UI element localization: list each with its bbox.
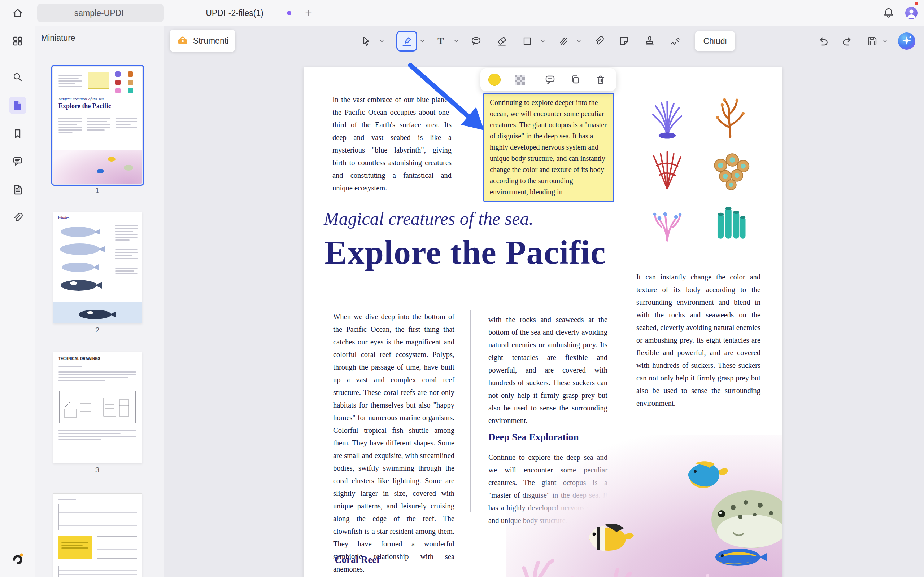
shape-tool[interactable]: [519, 33, 536, 49]
thumbnail-content-placeholder: [53, 494, 142, 577]
tab-sample-updf[interactable]: sample-UPDF: [37, 3, 163, 23]
speech-ellipse-icon: [470, 35, 482, 47]
underwater-photo: [506, 435, 782, 577]
rail-bookmark-button[interactable]: [10, 126, 26, 142]
page-number: 2: [53, 326, 142, 334]
toolbox-icon: [176, 35, 189, 47]
arrow-annotation[interactable]: [401, 62, 495, 142]
ai-sparkle-icon: [898, 32, 915, 50]
highlight-annotation[interactable]: Continuing to explore deeper into the oc…: [483, 93, 614, 202]
left-rail: [0, 0, 36, 577]
highlighter-dropdown[interactable]: [419, 38, 425, 44]
copy-icon: [570, 74, 581, 85]
redo-icon: [841, 35, 853, 47]
search-icon: [12, 71, 23, 83]
thumbnail-content-placeholder: Whales: [53, 213, 142, 323]
comment-tool[interactable]: [468, 33, 485, 49]
highlighter-tool-selected[interactable]: [396, 31, 417, 52]
pdf-page: In the vast embrace of our blue planet, …: [304, 67, 782, 577]
sticker-icon: [618, 35, 630, 47]
hatch-tool[interactable]: [555, 33, 572, 49]
shape-tool-dropdown[interactable]: [540, 38, 546, 44]
stamp-tool[interactable]: [641, 33, 658, 49]
home-button[interactable]: [10, 5, 26, 21]
paperclip-icon: [593, 35, 605, 47]
notifications-button[interactable]: [882, 6, 895, 19]
thumbnail-content-placeholder: Magical creatures of the sea. Explore th…: [53, 67, 142, 184]
rail-document-button[interactable]: [10, 182, 26, 198]
comment-icon: [12, 155, 23, 167]
rail-search-button[interactable]: [10, 69, 26, 85]
square-icon: [521, 35, 533, 47]
thumbnail-page-2[interactable]: Whales: [53, 212, 142, 324]
trash-icon: [595, 74, 606, 85]
opacity-control[interactable]: [514, 74, 526, 86]
text-tool-dropdown[interactable]: [453, 38, 459, 44]
panel-title: Miniature: [41, 33, 76, 43]
select-tool-dropdown[interactable]: [379, 38, 385, 44]
rail-pages-button[interactable]: [9, 97, 26, 114]
user-avatar[interactable]: [905, 7, 918, 19]
plus-icon: +: [305, 6, 312, 19]
cup-coral-illustration: [701, 142, 764, 193]
mini-title: Whales: [58, 215, 69, 220]
rail-comment-button[interactable]: [10, 153, 26, 169]
redo-button[interactable]: [839, 33, 855, 49]
duplicate-button[interactable]: [569, 74, 582, 86]
doc-column-right: It can instantly change the color and te…: [636, 271, 761, 410]
stamp-icon: [643, 35, 656, 47]
signature-tool[interactable]: [667, 33, 683, 49]
tab-label: sample-UPDF: [74, 8, 126, 18]
undo-icon: [817, 35, 829, 47]
delete-button[interactable]: [594, 74, 607, 86]
rail-apps-button[interactable]: [10, 33, 26, 49]
red-fan-coral-illustration: [637, 142, 701, 193]
apps-grid-icon: [12, 35, 23, 47]
home-icon: [12, 7, 23, 19]
bell-icon: [882, 6, 895, 19]
thumbnail-page-3[interactable]: TECHNICAL DRAWINGS: [53, 352, 142, 463]
updf-logo-button[interactable]: [9, 550, 26, 567]
hatch-icon: [557, 35, 570, 47]
tools-button[interactable]: Strumenti: [170, 29, 235, 52]
ai-assistant-button[interactable]: [898, 32, 915, 50]
bookmark-icon: [12, 128, 23, 140]
signature-icon: [669, 35, 682, 47]
unsaved-dot: [287, 11, 291, 15]
pink-blue-coral-illustration: [637, 194, 701, 246]
column-divider: [470, 311, 471, 513]
add-note-button[interactable]: [544, 74, 556, 86]
svg-text:T: T: [438, 36, 444, 46]
annotation-toolbar: [480, 68, 616, 91]
purple-anemone-illustration: [637, 90, 701, 142]
save-button[interactable]: [864, 33, 881, 49]
thumbnail-page-1[interactable]: Magical creatures of the sea. Explore th…: [53, 67, 142, 184]
hatch-tool-dropdown[interactable]: [576, 38, 582, 44]
new-tab-button[interactable]: +: [305, 3, 312, 23]
text-tool-icon: T: [435, 35, 447, 47]
select-tool[interactable]: [358, 33, 374, 49]
doc-column-left: When we dive deep into the bottom of the…: [333, 311, 454, 575]
save-dropdown[interactable]: [882, 38, 888, 44]
column-divider: [626, 94, 626, 188]
tools-label: Strumenti: [193, 36, 228, 46]
tab-updf-2-files[interactable]: UPDF-2-files(1): [181, 3, 289, 23]
orange-coral-illustration: [701, 90, 764, 142]
close-annotation-button[interactable]: Chiudi: [695, 31, 735, 51]
app-window: sample-UPDF UPDF-2-files(1) + Miniature: [0, 0, 924, 577]
sticker-tool[interactable]: [616, 33, 632, 49]
thumbnail-page-4[interactable]: [53, 493, 142, 577]
note-comment-icon: [544, 74, 556, 85]
attach-tool[interactable]: [591, 33, 607, 49]
mini-subtitle: Magical creatures of the sea.: [58, 97, 105, 101]
updf-logo: [9, 550, 26, 567]
tab-label: UPDF-2-files(1): [206, 8, 263, 18]
text-tool[interactable]: T: [432, 33, 449, 49]
rail-attachment-button[interactable]: [10, 210, 26, 226]
column-divider: [626, 271, 626, 409]
coral-reef-heading: Coral Reef: [334, 554, 380, 566]
doc-title: Explore the Pacific: [325, 233, 606, 272]
paperclip-icon: [12, 212, 23, 224]
undo-button[interactable]: [815, 33, 832, 49]
eraser-tool[interactable]: [494, 33, 510, 49]
